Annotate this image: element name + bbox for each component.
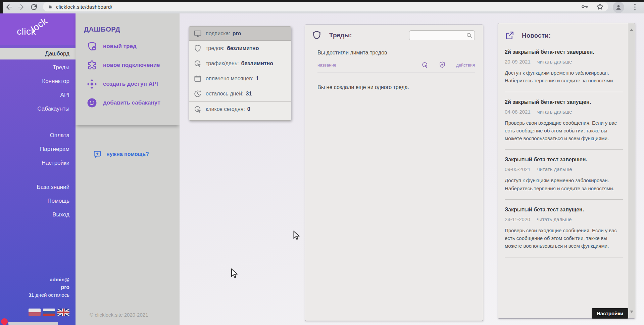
clicks-column-icon[interactable] (421, 61, 429, 69)
traffic-row: трафик/день: безлимитно (189, 56, 291, 71)
news-item-date: 20-09-2021 (505, 59, 531, 65)
threads-title: Треды: (329, 32, 352, 39)
main-content: подписка: pro тредов: безлимитно трафик/… (180, 13, 644, 325)
back-button[interactable] (5, 3, 13, 11)
smiley-icon (86, 97, 98, 109)
sidebar-item-dashboard[interactable]: Дашборд (0, 48, 76, 59)
create-api-access-button[interactable]: создать доступ API (86, 78, 180, 90)
news-item-title: 2й закрытый бета-тест завершен. (505, 49, 623, 55)
sidebar-item-help[interactable]: Помощь (0, 195, 76, 207)
sidebar-item-api[interactable]: API (0, 89, 76, 101)
copyright-text: © clicklock.site 2020-2021 (90, 312, 148, 318)
sidebar-item-settings[interactable]: Настройки (0, 157, 76, 169)
row-label: тредов: (206, 45, 225, 51)
sidebar-item-payment[interactable]: Оплата (0, 130, 76, 141)
sidebar-item-subaccounts[interactable]: Сабакаунты (0, 103, 76, 115)
video-settings-tooltip[interactable]: Настройки (592, 308, 628, 319)
sidebar-item-threads[interactable]: Треды (0, 62, 76, 73)
sidebar-item-connector[interactable]: Коннектор (0, 76, 76, 87)
read-more-link[interactable]: читать дальше (537, 59, 572, 65)
read-more-link[interactable]: читать дальше (537, 166, 572, 172)
threads-limit-row: тредов: безлимитно (189, 41, 291, 56)
row-value: безлимитно (241, 60, 273, 67)
search-icon[interactable] (466, 32, 473, 39)
scroll-down-icon[interactable] (630, 311, 633, 313)
sidebar: clicklock Дашборд Треды Коннектор API Са… (0, 13, 76, 325)
video-progress-bar (8, 322, 58, 325)
row-value: 31 (246, 91, 252, 97)
sidebar-item-knowledge-base[interactable]: База знаний (0, 181, 76, 193)
action-label: новое подключение (103, 62, 160, 69)
news-item-date: 09-05-2021 (505, 166, 531, 172)
user-plan: pro (29, 284, 69, 291)
news-header: Новости: (505, 31, 623, 40)
row-value: 1 (256, 76, 259, 82)
row-label: осталось дней: (206, 91, 244, 97)
bookmark-star-icon[interactable] (596, 3, 604, 11)
url-bar[interactable]: clicklock.site/dashboard/ (43, 2, 608, 11)
threads-table-header: название действия (317, 61, 475, 73)
poland-flag[interactable] (29, 309, 41, 316)
move-arrows-icon (86, 78, 98, 90)
read-more-link[interactable]: читать дальше (537, 109, 572, 115)
sidebar-nav: Дашборд Треды Коннектор API Сабакаунты О… (0, 48, 76, 223)
news-item: 2й закрытый бета-тест завершен. 20-09-20… (505, 49, 623, 92)
shield-icon (312, 30, 322, 40)
mouse-cursor-outline (292, 231, 301, 241)
new-connection-button[interactable]: новое подключение (86, 59, 180, 71)
https-lock-icon[interactable] (48, 4, 53, 9)
column-name[interactable]: название (317, 63, 336, 68)
need-help-label: нужна помощь? (106, 151, 149, 157)
news-title: Новости: (522, 32, 551, 39)
news-item-body: Доступ к функциям временно заблокирован.… (505, 69, 623, 85)
reload-button[interactable] (30, 3, 38, 11)
add-subaccount-button[interactable]: добавить сабаканут (86, 97, 180, 109)
paid-months-row: оплачено месяцев: 1 (189, 71, 291, 86)
threads-panel: Треды: Вы достигли лимита тредов названи… (305, 25, 483, 321)
external-link-icon (505, 31, 514, 40)
password-key-icon[interactable] (581, 3, 589, 11)
actions-panel: ДАШБОРД новый тред новое подк (76, 13, 180, 125)
page-title: ДАШБОРД (76, 13, 180, 33)
scroll-up-icon[interactable] (630, 29, 633, 31)
search-input[interactable] (409, 31, 475, 40)
shield-star-column-icon[interactable] (439, 61, 446, 69)
news-item: Закрытый бета-тест завершен. 09-05-2021 … (505, 157, 623, 200)
logo[interactable]: clicklock (0, 13, 76, 45)
news-item-body: Доступ к функциям временно заблокирован.… (505, 176, 623, 192)
profile-avatar[interactable] (613, 2, 624, 13)
shield-plus-icon (86, 41, 98, 52)
news-item-title: 2й закрытый бета-тест запущен. (505, 99, 623, 105)
need-help-link[interactable]: нужна помощь? (93, 150, 180, 159)
days-left-row: осталось дней: 31 (189, 86, 291, 101)
clock-icon (193, 89, 202, 98)
news-item-title: Закрытый бета-тест запущен. (505, 207, 623, 213)
browser-menu-icon[interactable] (634, 3, 636, 11)
user-info: admin@ pro 31 дней осталось (29, 276, 69, 299)
news-scrollbar[interactable] (628, 23, 635, 318)
uk-flag[interactable] (57, 309, 69, 316)
monitor-icon (193, 29, 202, 38)
action-label: новый тред (103, 43, 137, 50)
sidebar-item-partners[interactable]: Партнерам (0, 144, 76, 155)
new-thread-button[interactable]: новый тред (86, 41, 180, 52)
column-actions[interactable]: действия (456, 63, 475, 68)
row-label: кликов сегодня: (206, 106, 245, 112)
russia-flag[interactable] (43, 309, 55, 316)
action-label: создать доступ API (103, 81, 158, 87)
click-icon (193, 105, 202, 114)
puzzle-icon (86, 59, 98, 71)
news-item: 2й закрытый бета-тест запущен. 04-08-202… (505, 99, 623, 150)
click-icon (193, 59, 202, 68)
url-text[interactable]: clicklock.site/dashboard/ (56, 4, 112, 10)
actions-column: ДАШБОРД новый тред новое подк (76, 13, 180, 325)
subscription-value: pro (233, 31, 241, 37)
threads-empty-message: Вы не создали еще ни одного треда. (305, 73, 483, 90)
logo-text: clicklock (17, 26, 53, 37)
read-more-link[interactable]: читать дальше (537, 216, 572, 222)
sidebar-item-logout[interactable]: Выход (0, 209, 76, 220)
row-value: безлимитно (227, 45, 259, 51)
clicks-today-row: кликов сегодня: 0 (189, 101, 291, 117)
forward-button[interactable] (16, 3, 25, 11)
news-item-date: 04-08-2021 (505, 109, 531, 115)
